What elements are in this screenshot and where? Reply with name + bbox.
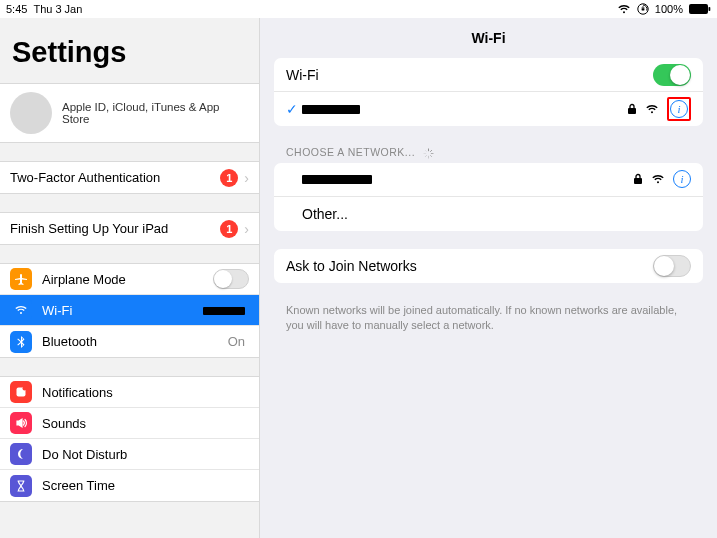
status-date: Thu 3 Jan bbox=[33, 3, 82, 15]
svg-line-8 bbox=[430, 150, 431, 151]
connected-network-name bbox=[302, 101, 627, 117]
detail-pane: Wi-Fi Wi-Fi ✓ i CHOOSE A NETWORK... bbox=[260, 18, 717, 538]
page-title: Wi-Fi bbox=[260, 18, 717, 58]
sidebar: Settings Apple ID, iCloud, iTunes & App … bbox=[0, 18, 260, 538]
info-button[interactable]: i bbox=[670, 100, 688, 118]
sidebar-item-wifi[interactable]: Wi-Fi bbox=[0, 295, 259, 326]
svg-line-10 bbox=[430, 155, 431, 156]
svg-rect-6 bbox=[628, 108, 636, 114]
wifi-network-row[interactable]: i bbox=[274, 163, 703, 197]
sidebar-item-notifications[interactable]: Notifications bbox=[0, 377, 259, 408]
sidebar-item-dnd[interactable]: Do Not Disturb bbox=[0, 439, 259, 470]
sounds-icon bbox=[10, 412, 32, 434]
bluetooth-icon bbox=[10, 331, 32, 353]
status-battery-pct: 100% bbox=[655, 3, 683, 15]
annotation-highlight: i bbox=[667, 97, 691, 121]
svg-rect-3 bbox=[709, 7, 711, 11]
sidebar-item-sounds[interactable]: Sounds bbox=[0, 408, 259, 439]
ask-join-toggle[interactable] bbox=[653, 255, 691, 277]
status-bar: 5:45 Thu 3 Jan 100% bbox=[0, 0, 717, 18]
spinner-icon bbox=[423, 148, 434, 159]
chevron-right-icon: › bbox=[244, 170, 249, 186]
network-name bbox=[302, 171, 633, 187]
wifi-connected-row[interactable]: ✓ i bbox=[274, 92, 703, 126]
svg-line-14 bbox=[425, 150, 426, 151]
ask-join-note: Known networks will be joined automatica… bbox=[260, 297, 717, 344]
sidebar-item-airplane[interactable]: Airplane Mode bbox=[0, 264, 259, 295]
check-icon: ✓ bbox=[286, 101, 302, 117]
wifi-signal-icon bbox=[645, 104, 659, 114]
lock-icon bbox=[627, 103, 637, 115]
airplane-icon bbox=[10, 268, 32, 290]
svg-point-5 bbox=[23, 387, 27, 391]
svg-line-12 bbox=[425, 155, 426, 156]
wifi-master-row: Wi-Fi bbox=[274, 58, 703, 92]
badge: 1 bbox=[220, 220, 238, 238]
sidebar-item-two-factor[interactable]: Two-Factor Authentication 1 › bbox=[0, 162, 259, 193]
airplane-toggle[interactable] bbox=[213, 269, 249, 289]
hourglass-icon bbox=[10, 475, 32, 497]
wifi-value bbox=[203, 303, 245, 318]
lock-icon bbox=[633, 173, 643, 185]
wifi-toggle[interactable] bbox=[653, 64, 691, 86]
notifications-icon bbox=[10, 381, 32, 403]
battery-icon bbox=[689, 4, 711, 14]
svg-rect-15 bbox=[634, 178, 642, 184]
svg-rect-1 bbox=[641, 8, 644, 10]
badge: 1 bbox=[220, 169, 238, 187]
wifi-status-icon bbox=[617, 4, 631, 14]
wifi-icon bbox=[10, 299, 32, 321]
orientation-lock-icon bbox=[637, 3, 649, 15]
avatar bbox=[10, 92, 52, 134]
ask-join-row: Ask to Join Networks bbox=[274, 249, 703, 283]
sidebar-item-finish-setup[interactable]: Finish Setting Up Your iPad 1 › bbox=[0, 213, 259, 244]
info-button[interactable]: i bbox=[673, 170, 691, 188]
chevron-right-icon: › bbox=[244, 221, 249, 237]
choose-network-header: CHOOSE A NETWORK... bbox=[260, 140, 717, 163]
wifi-signal-icon bbox=[651, 174, 665, 184]
sidebar-item-bluetooth[interactable]: Bluetooth On bbox=[0, 326, 259, 357]
status-time: 5:45 bbox=[6, 3, 27, 15]
appleid-label: Apple ID, iCloud, iTunes & App Store bbox=[62, 101, 249, 125]
sidebar-item-screen-time[interactable]: Screen Time bbox=[0, 470, 259, 501]
svg-rect-2 bbox=[689, 4, 708, 14]
sidebar-title: Settings bbox=[0, 18, 259, 83]
wifi-other-row[interactable]: Other... bbox=[274, 197, 703, 231]
sidebar-item-appleid[interactable]: Apple ID, iCloud, iTunes & App Store bbox=[0, 83, 259, 143]
moon-icon bbox=[10, 443, 32, 465]
